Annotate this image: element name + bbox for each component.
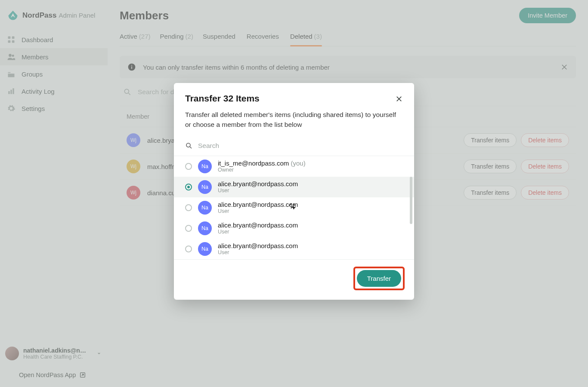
member-email: it_is_me@nordpass.com (you) <box>218 160 306 167</box>
radio[interactable] <box>185 204 192 211</box>
member-role: User <box>218 208 298 214</box>
member-avatar: Na <box>198 160 212 173</box>
member-list: Nait_is_me@nordpass.com (you)OwnerNaalic… <box>174 156 414 259</box>
member-email: alice.bryant@nordpass.com <box>218 242 298 249</box>
member-role: User <box>218 249 298 255</box>
member-option[interactable]: Naalice.bryant@nordpass.comUser <box>174 218 414 239</box>
member-email: alice.bryant@nordpass.com <box>218 180 298 187</box>
svg-point-14 <box>186 143 190 147</box>
scrollbar[interactable] <box>410 177 412 224</box>
radio[interactable] <box>185 184 192 190</box>
transfer-button-highlight: Transfer <box>353 267 405 290</box>
member-option[interactable]: Naalice.bryant@nordpass.comUser <box>174 197 414 218</box>
search-icon <box>185 142 193 150</box>
modal-overlay[interactable]: Transfer 32 Items Transfer all deleted m… <box>0 0 588 387</box>
radio[interactable] <box>185 163 192 170</box>
member-option[interactable]: Nait_is_me@nordpass.com (you)Owner <box>174 156 414 177</box>
modal-title: Transfer 32 Items <box>185 93 260 104</box>
member-email: alice.bryant@nordpass.com <box>218 201 298 208</box>
member-role: User <box>218 229 298 235</box>
modal-search-input[interactable] <box>198 142 403 150</box>
radio[interactable] <box>185 225 192 232</box>
member-option[interactable]: Naalice.bryant@nordpass.comUser <box>174 239 414 259</box>
modal-desc-all: all <box>211 111 218 118</box>
modal-close-icon[interactable] <box>395 95 403 103</box>
transfer-button[interactable]: Transfer <box>357 270 401 287</box>
radio[interactable] <box>185 246 192 252</box>
member-option[interactable]: Naalice.bryant@nordpass.comUser <box>174 177 414 197</box>
member-email: alice.bryant@nordpass.com <box>218 221 298 229</box>
member-role: User <box>218 187 298 194</box>
member-avatar: Na <box>198 201 212 215</box>
modal-description: Transfer all deleted member's items (inc… <box>174 104 414 138</box>
transfer-modal: Transfer 32 Items Transfer all deleted m… <box>174 83 414 300</box>
member-role: Owner <box>218 167 306 173</box>
modal-search <box>174 138 414 156</box>
you-label: (you) <box>291 160 305 167</box>
member-avatar: Na <box>198 242 212 256</box>
modal-desc-part: Transfer <box>185 111 211 118</box>
member-avatar: Na <box>198 221 212 235</box>
member-avatar: Na <box>198 180 212 194</box>
